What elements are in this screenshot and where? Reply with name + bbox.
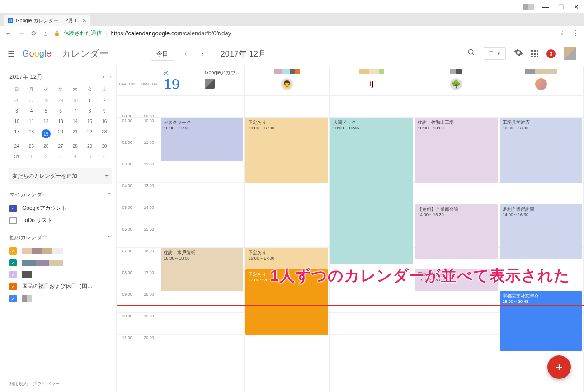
calendar-checkbox[interactable]: ✓ bbox=[9, 247, 17, 255]
person-column-header[interactable]: ij bbox=[330, 66, 414, 95]
notification-badge[interactable]: 3 bbox=[546, 49, 556, 58]
next-day-button[interactable]: › bbox=[198, 50, 207, 57]
mini-day-cell[interactable]: 23 bbox=[97, 128, 112, 140]
mini-day-cell[interactable]: 6 bbox=[97, 152, 112, 161]
my-calendar-item[interactable]: ✓Googleアカウント bbox=[9, 202, 112, 214]
day-column[interactable]: 予定あり10:00～13:00予定あり16:00～17:00予定あり17:00～… bbox=[245, 96, 329, 392]
mini-day-cell[interactable]: 22 bbox=[82, 128, 97, 140]
mini-day-cell[interactable]: 30 bbox=[97, 142, 112, 151]
tab-close-icon[interactable]: ✕ bbox=[82, 18, 86, 24]
calendar-checkbox[interactable]: ✓ bbox=[9, 205, 17, 212]
calendar-event[interactable]: 工場見学対応10:00～13:00 bbox=[500, 118, 582, 183]
mini-day-cell[interactable]: 8 bbox=[82, 107, 97, 115]
mini-day-cell[interactable]: 9 bbox=[97, 107, 112, 115]
hamburger-menu-icon[interactable]: ☰ bbox=[8, 49, 15, 59]
mini-day-cell[interactable]: 18 bbox=[24, 128, 38, 140]
url-input[interactable]: 🔒 保護された通信 | https://calendar.google.com/… bbox=[54, 29, 553, 37]
mini-day-cell[interactable]: 31 bbox=[9, 152, 24, 161]
mini-day-cell[interactable]: 29 bbox=[53, 96, 68, 105]
mini-prev-month[interactable]: ‹ bbox=[103, 74, 104, 80]
window-close[interactable]: ✕ bbox=[573, 3, 580, 10]
calendar-event[interactable]: 予定あり10:00～13:00 bbox=[245, 118, 328, 183]
calendar-checkbox[interactable] bbox=[9, 217, 17, 224]
apps-grid-icon[interactable] bbox=[531, 50, 538, 57]
day-column[interactable]: デスクワーク10:00～12:00往訪：水戸製紙16:00～18:00 bbox=[160, 96, 245, 392]
mini-day-cell[interactable]: 13 bbox=[53, 117, 68, 126]
calendar-event[interactable]: 往訪：佐和山工場10:00～13:00 bbox=[415, 118, 497, 183]
mini-day-cell[interactable]: 28 bbox=[39, 96, 53, 105]
mini-day-cell[interactable]: 30 bbox=[68, 96, 82, 105]
calendar-event[interactable]: 予定あり17:00～20:00 bbox=[245, 269, 328, 335]
other-calendar-item[interactable]: ✓ bbox=[9, 245, 112, 257]
browser-menu-icon[interactable]: ⋮ bbox=[572, 29, 579, 38]
mini-day-cell[interactable]: 10 bbox=[9, 117, 24, 126]
mini-day-cell[interactable]: 2 bbox=[97, 96, 112, 105]
calendar-event[interactable]: 面談@第二会議室17:00～18:00 bbox=[415, 269, 497, 291]
browser-tab[interactable]: 19 Google カレンダー - 12月 1 ✕ bbox=[4, 15, 90, 26]
nav-reload-icon[interactable]: ⟳ bbox=[31, 29, 37, 38]
window-maximize[interactable]: ☐ bbox=[557, 3, 565, 10]
other-calendar-item[interactable]: ✓ bbox=[9, 269, 112, 280]
mini-day-cell[interactable]: 28 bbox=[68, 142, 82, 151]
bookmark-star-icon[interactable]: ☆ bbox=[560, 29, 565, 38]
mini-day-cell[interactable]: 2 bbox=[39, 152, 53, 161]
nav-back-icon[interactable]: ← bbox=[5, 29, 12, 37]
mini-day-cell[interactable]: 7 bbox=[68, 107, 82, 115]
calendar-event[interactable]: 足利営業所訪問14:00～16:30 bbox=[500, 204, 582, 259]
mini-day-cell[interactable]: 26 bbox=[9, 96, 24, 105]
settings-gear-icon[interactable] bbox=[514, 48, 523, 59]
create-event-fab[interactable]: + bbox=[547, 355, 571, 379]
mini-day-cell[interactable]: 1 bbox=[24, 152, 38, 161]
calendar-checkbox[interactable]: ✓ bbox=[9, 259, 17, 266]
calendar-checkbox[interactable]: ✓ bbox=[9, 283, 17, 290]
mini-day-cell[interactable]: 19 bbox=[39, 128, 53, 140]
calendar-event[interactable]: 宇都宮支社忘年会18:00～20:45 bbox=[500, 291, 582, 351]
nav-forward-icon[interactable]: → bbox=[18, 29, 25, 37]
calendar-event[interactable]: 【定例】営業部会議14:00～16:30 bbox=[415, 204, 497, 259]
mini-day-cell[interactable]: 24 bbox=[9, 142, 24, 151]
today-button[interactable]: 今日 bbox=[151, 47, 174, 61]
mini-day-cell[interactable]: 5 bbox=[82, 152, 97, 161]
mini-day-cell[interactable]: 11 bbox=[24, 117, 38, 126]
user-avatar[interactable] bbox=[564, 47, 576, 60]
other-calendars-header[interactable]: 他のカレンダー ⌃ bbox=[9, 234, 112, 241]
mini-day-cell[interactable]: 26 bbox=[39, 142, 53, 151]
mini-calendar-grid[interactable]: 日月火水木金土262728293012345678910111213141516… bbox=[9, 85, 112, 161]
mini-day-cell[interactable]: 5 bbox=[39, 107, 53, 115]
mini-day-cell[interactable]: 25 bbox=[24, 142, 38, 151]
mini-day-cell[interactable]: 27 bbox=[53, 142, 68, 151]
calendar-event[interactable]: 人間ドック10:00～16:45 bbox=[330, 118, 413, 264]
calendar-checkbox[interactable]: ✓ bbox=[9, 295, 17, 302]
prev-day-button[interactable]: ‹ bbox=[181, 50, 191, 57]
mini-day-cell[interactable]: 1 bbox=[82, 96, 97, 105]
other-calendar-item[interactable]: ✓国民の祝日および休日（国… bbox=[9, 280, 112, 293]
my-calendars-header[interactable]: マイカレンダー ⌃ bbox=[9, 191, 112, 198]
mini-day-cell[interactable]: 3 bbox=[9, 107, 24, 115]
calendar-checkbox[interactable]: ✓ bbox=[9, 271, 17, 278]
mini-day-cell[interactable]: 14 bbox=[68, 117, 82, 126]
day-column[interactable]: 人間ドック10:00～16:45 bbox=[330, 96, 414, 392]
mini-day-cell[interactable]: 4 bbox=[24, 107, 38, 115]
nav-home-icon[interactable]: ⌂ bbox=[43, 29, 47, 37]
mini-day-cell[interactable]: 4 bbox=[68, 152, 82, 161]
person-column-header[interactable]: 👨 bbox=[245, 66, 329, 95]
mini-day-cell[interactable]: 20 bbox=[53, 128, 68, 140]
mini-day-cell[interactable]: 12 bbox=[39, 117, 53, 126]
search-icon[interactable] bbox=[467, 48, 476, 59]
mini-day-cell[interactable]: 6 bbox=[53, 107, 68, 115]
person-column-header[interactable]: 🌳 bbox=[414, 66, 499, 95]
mini-day-cell[interactable]: 3 bbox=[53, 152, 68, 161]
my-calendar-item[interactable]: ToDo リスト bbox=[9, 214, 112, 227]
person-column-header[interactable]: 火19Googleアカウ… bbox=[160, 66, 245, 95]
mini-day-cell[interactable]: 16 bbox=[97, 117, 112, 126]
window-minimize[interactable]: — bbox=[542, 3, 549, 10]
time-grid[interactable]: 00:0001:0002:0003:0004:0005:0006:0007:00… bbox=[117, 96, 584, 392]
mini-day-cell[interactable]: 29 bbox=[82, 142, 97, 151]
mini-next-month[interactable]: › bbox=[110, 74, 112, 80]
add-friend-calendar[interactable]: 友だちのカレンダーを追加 + bbox=[9, 168, 112, 184]
day-column[interactable]: 往訪：佐和山工場10:00～13:00【定例】営業部会議14:00～16:30面… bbox=[414, 96, 499, 392]
person-column-header[interactable] bbox=[499, 66, 584, 95]
calendar-event[interactable]: 予定あり16:00～17:00 bbox=[245, 248, 328, 269]
calendar-event[interactable]: デスクワーク10:00～12:00 bbox=[161, 118, 243, 161]
footer-links[interactable]: 利用規約 – プライバシー bbox=[9, 372, 112, 387]
